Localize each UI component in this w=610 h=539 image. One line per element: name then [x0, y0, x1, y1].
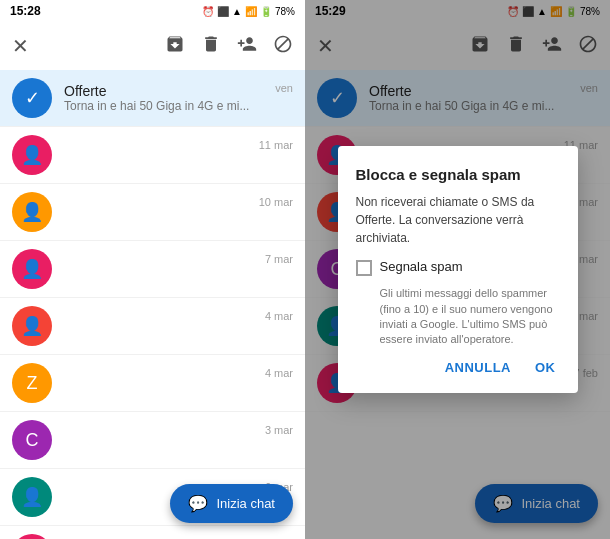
- dialog-overlay: Blocca e segnala spam Non riceverai chia…: [305, 0, 610, 539]
- left-delete-icon[interactable]: [197, 30, 225, 63]
- person-icon: 👤: [21, 144, 43, 166]
- list-item[interactable]: C 3 mar: [0, 412, 305, 469]
- right-panel: 15:29 ⏰ ⬛ ▲ 📶 🔋 78% ✕ ✓: [305, 0, 610, 539]
- avatar: Z: [12, 363, 52, 403]
- avatar: 👤: [12, 534, 52, 539]
- fab-label: Inizia chat: [216, 496, 275, 511]
- person-icon: 👤: [21, 486, 43, 508]
- signal-icon: ▲: [232, 6, 242, 17]
- segnala-spam-label: Segnala spam: [380, 259, 463, 274]
- initial-c: C: [26, 430, 39, 451]
- item-content: Offerte Torna in e hai 50 Giga in 4G e m…: [64, 83, 267, 113]
- dialog-checkbox-row: Segnala spam: [356, 259, 560, 276]
- left-add-person-icon[interactable]: [233, 30, 261, 63]
- left-close-button[interactable]: ✕: [8, 30, 33, 62]
- avatar: ✓: [12, 78, 52, 118]
- left-panel: 15:28 ⏰ ⬛ ▲ 📶 🔋 78% ✕ ✓: [0, 0, 305, 539]
- left-fab-button[interactable]: 💬 Inizia chat: [170, 484, 293, 523]
- left-status-icons: ⏰ ⬛ ▲ 📶 🔋 78%: [202, 6, 295, 17]
- item-preview: Torna in e hai 50 Giga in 4G e mi...: [64, 99, 267, 113]
- cast-icon: ⬛: [217, 6, 229, 17]
- initial-z: Z: [27, 373, 38, 394]
- left-block-icon[interactable]: [269, 30, 297, 63]
- avatar: 👤: [12, 192, 52, 232]
- avatar: 👤: [12, 306, 52, 346]
- list-item[interactable]: Z 4 mar: [0, 355, 305, 412]
- person-icon: 👤: [21, 315, 43, 337]
- avatar: 👤: [12, 477, 52, 517]
- item-date: 4 mar: [265, 310, 293, 322]
- chat-fab-icon: 💬: [188, 494, 208, 513]
- battery-pct: 78%: [275, 6, 295, 17]
- left-toolbar: ✕: [0, 22, 305, 70]
- item-name: Offerte: [64, 83, 267, 99]
- check-icon: ✓: [25, 87, 40, 109]
- block-spam-dialog: Blocca e segnala spam Non riceverai chia…: [338, 146, 578, 393]
- dialog-cancel-button[interactable]: Annulla: [441, 356, 515, 379]
- dialog-ok-button[interactable]: OK: [531, 356, 560, 379]
- person-icon: 👤: [21, 258, 43, 280]
- item-date: 10 mar: [259, 196, 293, 208]
- item-date: 7 mar: [265, 253, 293, 265]
- left-status-bar: 15:28 ⏰ ⬛ ▲ 📶 🔋 78%: [0, 0, 305, 22]
- dialog-checkbox-desc: Gli ultimi messaggi dello spammer (fino …: [380, 286, 560, 348]
- left-time: 15:28: [10, 4, 41, 18]
- list-item[interactable]: ✓ Offerte Torna in e hai 50 Giga in 4G e…: [0, 70, 305, 127]
- preview-text: e hai 50 Giga in 4G e mi...: [110, 99, 249, 113]
- list-item[interactable]: 👤 10 mar: [0, 184, 305, 241]
- avatar: 👤: [12, 135, 52, 175]
- list-item[interactable]: 👤 7 mar: [0, 241, 305, 298]
- item-date: 11 mar: [259, 139, 293, 151]
- dialog-actions: Annulla OK: [356, 356, 560, 379]
- preview-label: Torna in: [64, 99, 107, 113]
- item-date: 3 mar: [265, 424, 293, 436]
- dialog-title: Blocca e segnala spam: [356, 166, 560, 183]
- person-icon: 👤: [21, 201, 43, 223]
- left-list: ✓ Offerte Torna in e hai 50 Giga in 4G e…: [0, 70, 305, 539]
- list-item[interactable]: 👤 4 mar: [0, 298, 305, 355]
- dialog-body: Non riceverai chiamate o SMS da Offerte.…: [356, 193, 560, 247]
- wifi-icon: 📶: [245, 6, 257, 17]
- segnala-spam-checkbox[interactable]: [356, 260, 372, 276]
- item-date: ven: [275, 82, 293, 94]
- alarm-icon: ⏰: [202, 6, 214, 17]
- avatar: C: [12, 420, 52, 460]
- battery-icon: 🔋: [260, 6, 272, 17]
- list-item[interactable]: 👤 27 feb: [0, 526, 305, 539]
- item-date: 4 mar: [265, 367, 293, 379]
- list-item[interactable]: 👤 11 mar: [0, 127, 305, 184]
- left-archive-icon[interactable]: [161, 30, 189, 63]
- avatar: 👤: [12, 249, 52, 289]
